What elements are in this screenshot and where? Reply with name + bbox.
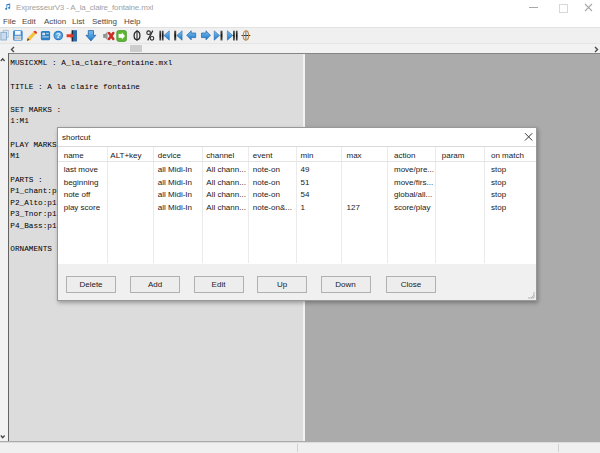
svg-text:?: ? — [56, 31, 61, 40]
